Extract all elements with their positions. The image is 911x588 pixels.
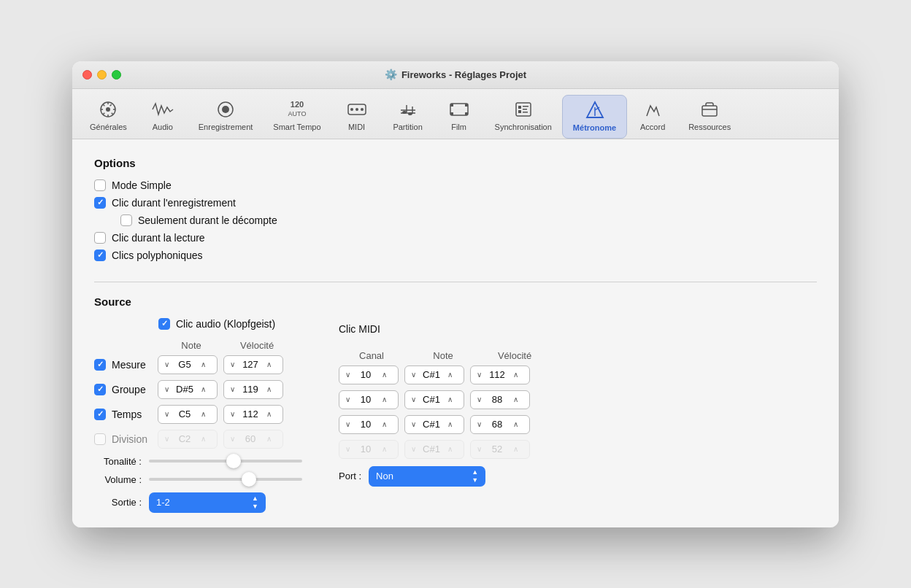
- tab-accord-label: Accord: [640, 123, 665, 131]
- audio-icon: [151, 99, 174, 120]
- temps-checkbox[interactable]: [94, 409, 106, 420]
- midi-division-vel-stepper: ∨ 52 ∧: [470, 440, 530, 459]
- maximize-button[interactable]: [112, 70, 121, 80]
- temps-note-stepper[interactable]: ∨ C5 ∧: [158, 405, 218, 424]
- clic-enregistrement-checkbox[interactable]: [94, 197, 106, 209]
- clic-lecture-row: Clic durant la lecture: [94, 232, 817, 244]
- mesure-checkbox[interactable]: [94, 359, 106, 371]
- division-note-stepper: ∨ C2 ∧: [158, 430, 218, 449]
- synchronisation-icon: [513, 99, 534, 120]
- source-title: Source: [94, 295, 817, 308]
- midi-mesure-note-stepper[interactable]: ∨ C#1 ∧: [404, 365, 464, 384]
- volume-label: Volume :: [94, 474, 142, 485]
- tab-partition[interactable]: Partition: [383, 95, 434, 139]
- groupe-note-up[interactable]: ∧: [198, 386, 208, 393]
- midi-mesure-vel-stepper[interactable]: ∨ 112 ∧: [470, 365, 530, 384]
- division-row: Division ∨ C2 ∧ ∨ 60 ∧: [94, 430, 302, 449]
- tab-metronome[interactable]: Métronome: [562, 95, 627, 139]
- volume-thumb[interactable]: [242, 472, 256, 487]
- seulement-decompte-label: Seulement durant le décompte: [138, 214, 277, 226]
- tonalite-slider[interactable]: [149, 460, 302, 463]
- temps-vel-stepper[interactable]: ∨ 112 ∧: [223, 405, 283, 424]
- mesure-note-up[interactable]: ∧: [198, 361, 208, 368]
- tab-synchronisation[interactable]: Synchronisation: [485, 95, 562, 139]
- volume-row: Volume :: [94, 474, 302, 485]
- mode-simple-checkbox[interactable]: [94, 179, 106, 191]
- volume-slider[interactable]: [149, 478, 302, 481]
- svg-rect-16: [465, 104, 468, 107]
- midi-mesure-canal-stepper[interactable]: ∨ 10 ∧: [339, 365, 399, 384]
- tab-midi-label: MIDI: [348, 123, 365, 131]
- groupe-vel-down[interactable]: ∨: [227, 386, 237, 393]
- temps-label: Temps: [112, 409, 152, 420]
- tab-accord[interactable]: Accord: [627, 95, 678, 139]
- port-select[interactable]: Non ▲ ▼: [369, 466, 485, 487]
- tab-smart-tempo[interactable]: 120AUTO Smart Tempo: [263, 95, 331, 139]
- col-velocity-header: Vélocité: [224, 340, 290, 351]
- tab-generales-label: Générales: [90, 123, 127, 131]
- midi-temps-note-stepper[interactable]: ∨ C#1 ∧: [404, 415, 464, 434]
- midi-temps-row: ∨ 10 ∧ ∨ C#1 ∧ ∨ 68 ∧: [339, 415, 547, 434]
- groupe-note-down[interactable]: ∨: [161, 386, 172, 393]
- mode-simple-row: Mode Simple: [94, 179, 817, 191]
- tonalite-thumb[interactable]: [226, 454, 241, 468]
- groupe-vel-stepper[interactable]: ∨ 119 ∧: [223, 380, 283, 399]
- svg-point-1: [106, 107, 110, 112]
- midi-groupe-note-stepper[interactable]: ∨ C#1 ∧: [404, 390, 464, 409]
- tab-midi[interactable]: MIDI: [331, 95, 383, 139]
- midi-col-note-header: Note: [410, 350, 476, 361]
- tab-audio[interactable]: Audio: [137, 95, 188, 139]
- groupe-note-stepper[interactable]: ∨ D#5 ∧: [158, 380, 218, 399]
- clics-polyphoniques-checkbox[interactable]: [94, 249, 106, 261]
- temps-row: Temps ∨ C5 ∧ ∨ 112 ∧: [94, 405, 302, 424]
- tab-ressources[interactable]: Ressources: [678, 95, 741, 139]
- mesure-note-stepper[interactable]: ∨ G5 ∧: [158, 355, 218, 374]
- groupe-note-val: D#5: [173, 384, 196, 395]
- division-note-val: C2: [173, 433, 196, 444]
- division-checkbox[interactable]: [94, 433, 106, 445]
- temps-note-up[interactable]: ∧: [198, 411, 208, 418]
- clic-enregistrement-row: Clic durant l'enregistrement: [94, 197, 817, 209]
- midi-groupe-canal-stepper[interactable]: ∨ 10 ∧: [339, 390, 399, 409]
- midi-temps-vel-stepper[interactable]: ∨ 68 ∧: [470, 415, 530, 434]
- clic-audio-checkbox[interactable]: [158, 318, 170, 330]
- svg-rect-25: [523, 112, 528, 113]
- mesure-note-down[interactable]: ∨: [161, 361, 172, 368]
- midi-groupe-vel-stepper[interactable]: ∨ 88 ∧: [470, 390, 530, 409]
- clic-midi-panel: Clic MIDI Canal Note Vélocité ∨ 10 ∧: [339, 318, 547, 513]
- sortie-select[interactable]: 1-2 ▲ ▼: [149, 492, 266, 513]
- titlebar: ⚙️ Fireworks - Réglages Projet: [72, 61, 839, 89]
- svg-rect-18: [465, 112, 468, 115]
- midi-division-canal-stepper: ∨ 10 ∧: [339, 440, 399, 459]
- tab-generales[interactable]: Générales: [80, 95, 137, 139]
- temps-note-down[interactable]: ∨: [161, 411, 172, 418]
- close-button[interactable]: [82, 70, 92, 80]
- mesure-vel-down[interactable]: ∨: [227, 361, 237, 368]
- main-window: ⚙️ Fireworks - Réglages Projet Générales…: [72, 61, 839, 527]
- midi-division-note-stepper: ∨ C#1 ∧: [404, 440, 464, 459]
- tab-synchronisation-label: Synchronisation: [495, 123, 552, 131]
- mesure-vel-up[interactable]: ∧: [264, 361, 274, 368]
- groupe-checkbox[interactable]: [94, 384, 106, 395]
- minimize-button[interactable]: [97, 70, 107, 80]
- source-section: Source Clic audio (Klopfgeist) Note Vélo…: [94, 295, 817, 513]
- clic-audio-label: Clic audio (Klopfgeist): [176, 318, 275, 330]
- tab-smart-tempo-label: Smart Tempo: [273, 123, 320, 131]
- temps-vel-up[interactable]: ∧: [264, 411, 274, 418]
- metronome-icon: [585, 100, 605, 120]
- temps-note-val: C5: [173, 409, 196, 419]
- traffic-lights: [82, 70, 121, 80]
- seulement-decompte-checkbox[interactable]: [120, 214, 132, 226]
- tab-enregistrement-label: Enregistrement: [199, 123, 253, 131]
- clic-lecture-checkbox[interactable]: [94, 232, 106, 244]
- tab-film[interactable]: Film: [434, 95, 485, 139]
- tab-metronome-label: Métronome: [573, 123, 616, 132]
- midi-icon: [347, 99, 367, 120]
- division-label: Division: [112, 433, 152, 445]
- port-label: Port :: [339, 471, 361, 481]
- midi-temps-canal-stepper[interactable]: ∨ 10 ∧: [339, 415, 399, 434]
- groupe-vel-up[interactable]: ∧: [264, 386, 274, 393]
- temps-vel-down[interactable]: ∨: [227, 411, 237, 418]
- mesure-vel-stepper[interactable]: ∨ 127 ∧: [223, 355, 283, 374]
- tab-enregistrement[interactable]: Enregistrement: [188, 95, 264, 139]
